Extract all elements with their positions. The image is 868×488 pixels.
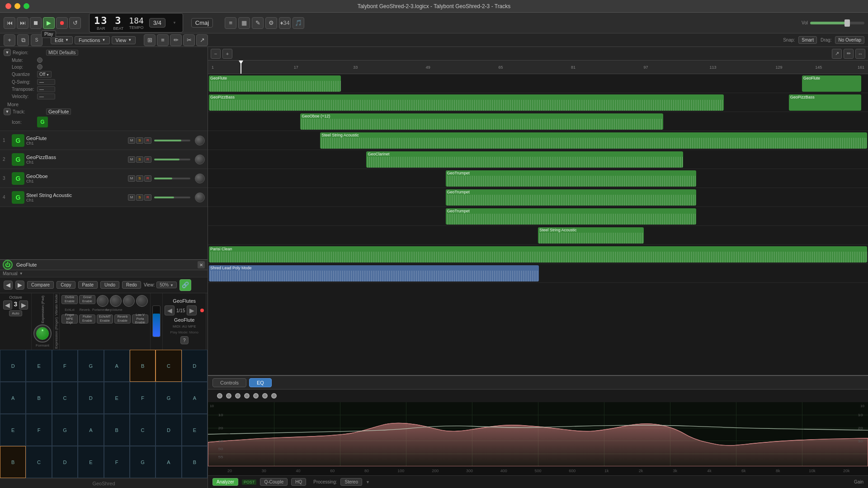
edit-menu[interactable]: Edit — [51, 36, 73, 44]
link-button[interactable]: 🔗 — [179, 279, 191, 291]
undo-button[interactable]: Undo — [100, 281, 119, 289]
copy-button[interactable]: Copy — [57, 281, 75, 289]
paste-button[interactable]: Paste — [78, 281, 98, 289]
track-region[interactable]: GeoTrumpet — [446, 208, 697, 225]
record-arm-button[interactable]: R — [144, 156, 151, 163]
midi-panel-close-button[interactable]: ✕ — [198, 261, 205, 268]
low-v-porta-button[interactable]: Low VPortaEnable — [132, 314, 148, 324]
growl-enable-button[interactable]: GrowlEnable — [79, 295, 95, 304]
pad-cell[interactable]: B — [104, 414, 130, 446]
maximize-button[interactable] — [24, 3, 29, 9]
eq-band-2-handle[interactable] — [226, 393, 231, 399]
solo-button[interactable]: S — [136, 137, 143, 144]
tool2-button[interactable]: ✏ — [844, 49, 854, 59]
controls-tab[interactable]: Controls — [212, 378, 246, 387]
eq-band-1-handle[interactable] — [217, 393, 222, 399]
pad-cell[interactable]: D — [78, 382, 104, 414]
pad-cell[interactable]: C — [26, 446, 52, 478]
key-signature[interactable]: Cmaj — [191, 18, 213, 28]
ovrble-enable-button[interactable]: OvrbIeEnable — [61, 295, 78, 304]
stereo-button[interactable]: Stereo — [340, 478, 362, 486]
volume-slider[interactable] — [810, 22, 864, 24]
eq-band-7-handle[interactable] — [271, 393, 277, 399]
pad-cell[interactable]: C — [52, 382, 78, 414]
track-region[interactable]: GeoOboe (+12) — [300, 113, 663, 130]
eq-tab[interactable]: EQ — [249, 378, 272, 387]
track-volume-slider[interactable] — [154, 178, 190, 179]
reverb-enable-button[interactable]: ReverbEnable — [114, 314, 131, 324]
tool1-button[interactable]: ↗ — [832, 49, 842, 59]
hq-button[interactable]: HQ — [291, 478, 306, 486]
zoom-out-button[interactable]: − — [211, 49, 221, 59]
pad-cell[interactable]: F — [52, 350, 78, 382]
track-item[interactable]: 4 G Steel String Acoustic Ch1 M S R — [0, 188, 208, 207]
pad-cell[interactable]: E — [182, 414, 208, 446]
functions-menu[interactable]: Functions — [75, 36, 110, 44]
track-item[interactable]: 2 G GeoPizzBass Ch1 M S R — [0, 150, 208, 169]
analyzer-button[interactable]: Analyzer — [212, 478, 238, 486]
edit-icon[interactable]: ✎ — [252, 17, 264, 29]
pad-cell[interactable]: G — [156, 382, 181, 414]
stop-button[interactable]: ⏹ — [30, 17, 42, 29]
mute-button[interactable]: M — [128, 137, 135, 144]
input-icon[interactable]: ♦34 — [279, 17, 291, 29]
view-menu[interactable]: View — [112, 36, 136, 44]
preset-next-button[interactable]: ▶ — [187, 305, 197, 315]
dropdown-arrow[interactable]: ▼ — [171, 21, 178, 25]
pad-cell[interactable]: F — [104, 446, 130, 478]
play-button[interactable]: ▶ Play — [43, 17, 55, 29]
compare-button[interactable]: Compare — [27, 281, 54, 289]
tool3-button[interactable]: ↔ — [855, 49, 865, 59]
octave-up-button[interactable]: ▶ — [19, 300, 28, 310]
octave-down-button[interactable]: ◀ — [3, 300, 12, 310]
mixer-icon[interactable]: ▦ — [238, 17, 250, 29]
track-region[interactable]: GeoPizzBass — [209, 94, 724, 111]
add-button[interactable]: + — [222, 49, 232, 59]
track-pan-knob[interactable] — [195, 192, 205, 202]
more-button[interactable]: More — [4, 101, 204, 108]
loop-button[interactable]: ↺ — [69, 17, 81, 29]
list-view-button[interactable]: ≡ — [157, 34, 169, 46]
echlxt-knob[interactable] — [97, 295, 108, 307]
mute-button[interactable]: M — [128, 156, 135, 163]
eq-band-3-handle[interactable] — [235, 393, 241, 399]
track-pan-knob[interactable] — [195, 174, 205, 183]
expression-knob[interactable] — [33, 324, 52, 343]
track-volume-slider[interactable] — [154, 140, 190, 141]
solo-button[interactable]: S — [136, 194, 143, 201]
pencil-tool[interactable]: ✏ — [170, 34, 182, 46]
track-pan-knob[interactable] — [195, 136, 205, 145]
next-button[interactable]: ▶ — [15, 281, 24, 290]
close-button[interactable] — [5, 3, 11, 9]
mute-toggle[interactable] — [37, 57, 42, 63]
pad-cell[interactable]: C — [156, 350, 181, 382]
pad-cell[interactable]: B — [0, 446, 26, 478]
flutter-enable-button[interactable]: FlutterEnable — [79, 314, 95, 324]
solo-button[interactable]: S — [136, 156, 143, 163]
pad-cell[interactable]: A — [78, 414, 104, 446]
track-item[interactable]: 3 G GeoOboe Ch1 M S R — [0, 169, 208, 188]
scissors-tool[interactable]: ✂ — [183, 34, 195, 46]
track-pan-knob[interactable] — [195, 155, 205, 164]
rewind-button[interactable]: ⏮ — [4, 17, 15, 29]
track-region[interactable]: Steel String Acoustic — [538, 227, 644, 244]
power-button[interactable]: ⏻ — [3, 260, 13, 270]
pad-cell[interactable]: B — [130, 350, 156, 382]
pad-cell[interactable]: F — [130, 382, 156, 414]
pad-cell[interactable]: C — [130, 414, 156, 446]
prev-button[interactable]: ◀ — [4, 281, 13, 290]
pad-cell[interactable]: A — [0, 382, 26, 414]
loop-toggle[interactable] — [37, 64, 42, 70]
record-button[interactable]: ⏺ — [56, 17, 68, 29]
track-region[interactable]: GeoFlute — [802, 75, 861, 92]
list-icon[interactable]: ≡ — [225, 17, 236, 29]
duplicate-button[interactable]: ⧉ — [17, 34, 29, 46]
reverb-knob[interactable] — [110, 295, 122, 307]
redo-button[interactable]: Redo — [122, 281, 141, 289]
pad-cell[interactable]: D — [0, 350, 26, 382]
settings-icon[interactable]: ⚙ — [265, 17, 277, 29]
amp-knob[interactable] — [136, 295, 148, 307]
region-collapse-button[interactable]: ▼ — [4, 49, 11, 56]
track-region[interactable]: GeoClarinet — [366, 151, 683, 168]
pad-cell[interactable]: E — [26, 350, 52, 382]
